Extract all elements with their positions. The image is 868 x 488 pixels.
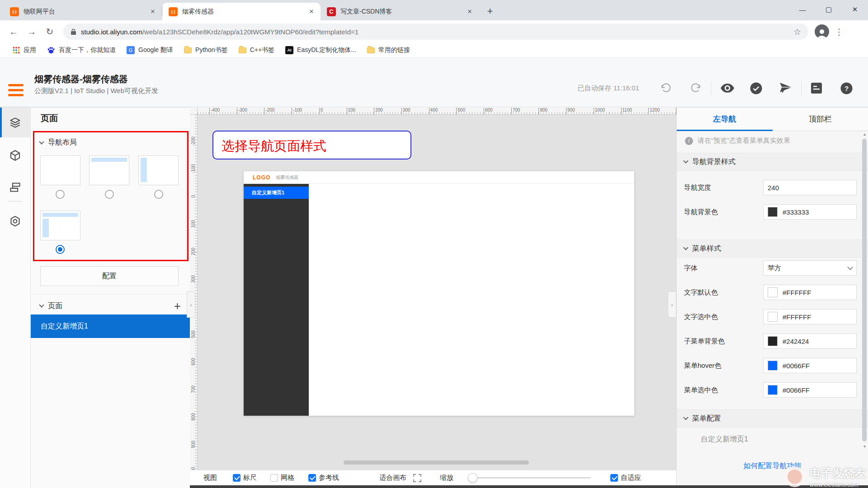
sidebar-item-components[interactable]: [0, 141, 30, 170]
reload-icon[interactable]: ↻: [41, 23, 59, 41]
browser-tab-smoke-sensor[interactable]: (-) 烟雾传感器 ✕: [162, 3, 321, 20]
menu-selected-color-picker[interactable]: #0066FF: [763, 382, 857, 398]
bookmark-google-translate[interactable]: G Google 翻译: [121, 44, 179, 56]
collapse-left-panel-handle[interactable]: ‹: [187, 291, 195, 318]
nav-background-section-header[interactable]: 导航背景样式: [677, 153, 868, 171]
chevron-down-icon: [683, 245, 688, 250]
field-row: 文字默认色 #FFFFFF: [684, 285, 857, 300]
tab-close-icon[interactable]: ✕: [148, 7, 157, 16]
component-cube-icon: [9, 150, 21, 162]
zoom-slider[interactable]: [468, 477, 591, 479]
bookmark-apps[interactable]: 应用: [7, 44, 42, 56]
add-page-icon[interactable]: +: [174, 301, 181, 310]
window-close-button[interactable]: ✕: [842, 0, 868, 19]
canvas-page-preview[interactable]: LOGO 烟雾传感器 自定义新增页1: [244, 171, 634, 416]
preview-nav-item-selected[interactable]: 自定义新增页1: [244, 187, 309, 199]
layout-option-top-bar[interactable]: [89, 155, 129, 185]
redo-icon[interactable]: [690, 82, 702, 94]
nav-layout-section-header[interactable]: 导航布局: [40, 138, 77, 147]
tab-top-bar[interactable]: 顶部栏: [773, 108, 868, 131]
tab-title: 物联网平台: [24, 8, 144, 16]
layout-option-top-and-left[interactable]: [40, 211, 80, 240]
app-title: 烟雾传感器-烟雾传感器: [34, 73, 128, 85]
bookmark-baidu[interactable]: 百度一下，你就知道: [42, 44, 121, 56]
menu-config-section-header[interactable]: 菜单配置: [677, 409, 868, 427]
layout-radio-top-bar[interactable]: [105, 190, 114, 199]
guides-checkbox[interactable]: [308, 474, 316, 482]
preview-eye-icon[interactable]: [720, 83, 735, 93]
bookmark-common-links[interactable]: 常用的链接: [362, 44, 415, 56]
fit-canvas-label: 适合画布: [379, 474, 406, 482]
design-canvas[interactable]: -400-300-200-100010020030040050060070080…: [190, 107, 676, 488]
window-maximize-button[interactable]: ▢: [816, 0, 842, 19]
folder-icon: [239, 47, 246, 53]
menu-config-item[interactable]: 自定义新增页1: [701, 435, 748, 444]
bookmark-easydl[interactable]: AI EasyDL定制化物体...: [280, 44, 362, 56]
ruler-label: 700: [511, 108, 520, 113]
tab-close-icon[interactable]: ✕: [465, 7, 474, 16]
browser-tab-iot-platform[interactable]: (-) 物联网平台 ✕: [4, 3, 162, 20]
window-minimize-button[interactable]: —: [789, 0, 816, 19]
sidebar-item-settings[interactable]: [0, 206, 30, 236]
tab-close-icon[interactable]: ✕: [307, 7, 316, 16]
publish-send-icon[interactable]: [779, 82, 792, 94]
configure-button[interactable]: 配置: [40, 266, 179, 286]
submenu-bgcolor-picker[interactable]: #242424: [763, 333, 857, 349]
menu-style-section-header[interactable]: 菜单样式: [677, 239, 868, 258]
ruler-label: 400: [429, 108, 438, 113]
browser-tab-csdn[interactable]: C 写文章-CSDN博客 ✕: [321, 3, 479, 20]
layout-radio-blank[interactable]: [56, 190, 65, 199]
font-select[interactable]: 苹方: [763, 260, 857, 276]
bookmark-cpp[interactable]: C++书签: [233, 44, 280, 56]
hamburger-menu-icon[interactable]: [8, 84, 24, 96]
preview-app-name: 烟雾传感器: [276, 174, 298, 181]
new-tab-button[interactable]: +: [483, 5, 497, 18]
zoom-slider-thumb[interactable]: [468, 473, 477, 483]
forward-icon[interactable]: →: [23, 23, 41, 41]
undo-icon[interactable]: [660, 82, 672, 94]
ruler-label: 800: [538, 108, 547, 113]
layout-radio-top-and-left[interactable]: [56, 245, 65, 254]
ruler-checkbox[interactable]: [233, 474, 241, 482]
layout-option-left-bar[interactable]: [138, 155, 179, 185]
help-icon[interactable]: ?: [840, 82, 853, 94]
scrollbar-thumb[interactable]: [862, 139, 867, 441]
tab-left-nav[interactable]: 左导航: [677, 108, 773, 131]
sidebar-item-blocks[interactable]: [0, 172, 30, 202]
back-icon[interactable]: ←: [5, 23, 23, 41]
validate-check-icon[interactable]: [750, 82, 762, 94]
guides-checkbox-label: 参考线: [319, 474, 339, 482]
profile-avatar[interactable]: [815, 24, 829, 39]
fit-canvas-icon[interactable]: [413, 474, 422, 483]
bookmark-label: 应用: [24, 46, 36, 54]
nav-help-link[interactable]: 如何配置导航功能: [677, 461, 868, 471]
panel-scrollbar[interactable]: ▲ ▼: [862, 132, 868, 449]
apps-grid-icon: [13, 47, 20, 54]
page-list-item-selected[interactable]: 自定义新增页1: [31, 314, 190, 338]
text-default-color-picker[interactable]: #FFFFFF: [763, 285, 857, 300]
svg-text:?: ?: [844, 84, 849, 92]
scroll-up-icon[interactable]: ▲: [862, 132, 868, 136]
grid-checkbox[interactable]: [270, 474, 278, 482]
ruler-label: -200: [191, 133, 196, 150]
doc-list-icon[interactable]: [811, 82, 822, 94]
address-bar[interactable]: studio.iot.aliyun.com/web/a123hSCDehe8Kr…: [63, 23, 808, 40]
horizontal-scrollbar[interactable]: [344, 460, 529, 465]
url-text: studio.iot.aliyun.com/web/a123hSCDehe8Kr…: [81, 28, 788, 36]
layout-option-blank[interactable]: [40, 155, 80, 185]
pages-section-header[interactable]: 页面 +: [31, 297, 190, 314]
menu-hover-color-picker[interactable]: #0066FF: [763, 358, 857, 373]
collapse-right-panel-handle[interactable]: ›: [668, 291, 676, 318]
nav-bgcolor-picker[interactable]: #333333: [763, 204, 857, 220]
sidebar-item-pages-layers[interactable]: [0, 108, 30, 137]
adaptive-checkbox[interactable]: [610, 474, 618, 482]
bookmarks-bar: 应用 百度一下，你就知道 G Google 翻译 Python书签 C++书签 …: [0, 43, 868, 58]
browser-tabbar: (-) 物联网平台 ✕ (-) 烟雾传感器 ✕ C 写文章-CSDN博客 ✕ +…: [0, 0, 868, 20]
layout-radio-left-bar[interactable]: [154, 190, 163, 199]
bookmark-star-icon[interactable]: ☆: [793, 27, 801, 37]
scroll-down-icon[interactable]: ▼: [862, 445, 868, 449]
text-selected-color-picker[interactable]: #FFFFFF: [763, 309, 857, 324]
nav-width-input[interactable]: 240: [763, 180, 857, 195]
browser-menu-icon[interactable]: ⋮: [832, 27, 846, 37]
bookmark-python[interactable]: Python书签: [179, 44, 233, 56]
